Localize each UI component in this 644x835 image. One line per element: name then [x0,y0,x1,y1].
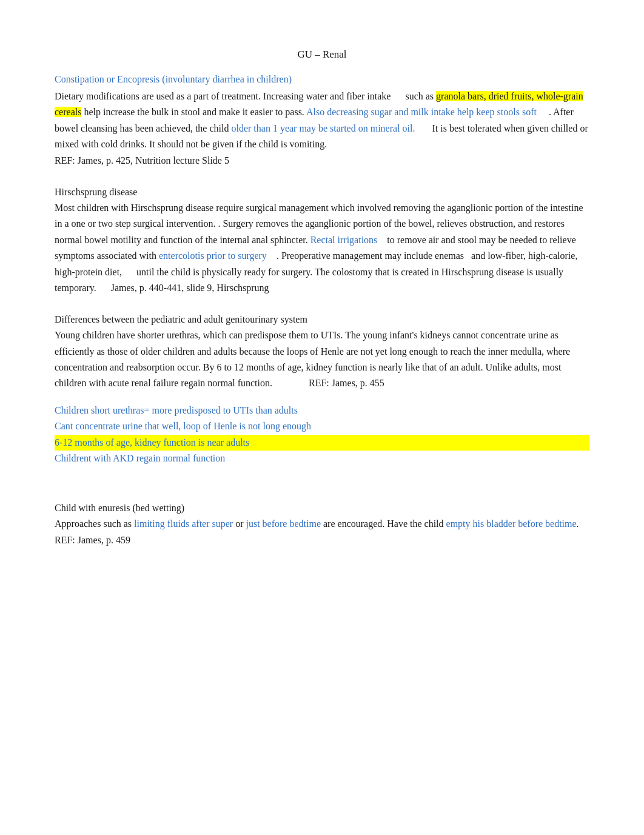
enuresis-blue-2: just before bedtime [246,518,321,529]
enuresis-section: Child with enuresis (bed wetting) Approa… [55,503,589,548]
enuresis-text-2: or [233,518,246,529]
constipation-text-1: Dietary modifications are used as a part… [55,91,436,101]
note-line-3: 6-12 months of age, kidney function is n… [55,435,589,451]
hirschsprung-heading: Hirschsprung disease [55,187,589,198]
enuresis-heading: Child with enuresis (bed wetting) [55,503,589,514]
differences-notes: Children short urethras= more predispose… [55,403,589,467]
constipation-section: Constipation or Encopresis (involuntary … [55,74,589,169]
hirschsprung-blue-1: Rectal irrigations [310,235,378,245]
hirschsprung-section: Hirschsprung disease Most children with … [55,187,589,296]
enuresis-text-1: Approaches such as [55,518,134,529]
enuresis-blue-1: limiting fluids after super [134,518,233,529]
differences-text-1: Young children have shorter urethras, wh… [55,330,570,388]
enuresis-blue-3: empty his bladder before bedtime [446,518,577,529]
constipation-heading: Constipation or Encopresis (involuntary … [55,74,589,85]
note-line-4: Childrent with AKD regain normal functio… [55,451,589,466]
constipation-text-2: help increase the bulk in stool and make… [81,107,306,117]
page-title: GU – Renal [55,49,589,61]
note-line-1: Children short urethras= more predispose… [55,403,589,418]
constipation-blue-2: older than 1 year may be started on mine… [231,123,415,133]
hirschsprung-paragraph: Most children with Hirschsprung disease … [55,200,589,296]
differences-heading: Differences between the pediatric and ad… [55,314,589,325]
differences-paragraph: Young children have shorter urethras, wh… [55,327,589,392]
note-line-3-highlight: 6-12 months of age, kidney function is n… [55,437,249,448]
hirschsprung-blue-2: entercolotis prior to surgery [159,250,267,261]
note-line-2: Cant concentrate urine that well, loop o… [55,418,589,434]
enuresis-text-3: are encouraged. Have the child [321,518,446,529]
differences-section: Differences between the pediatric and ad… [55,314,589,466]
enuresis-paragraph: Approaches such as limiting fluids after… [55,516,589,548]
spacer [55,485,589,503]
constipation-paragraph: Dietary modifications are used as a part… [55,89,589,169]
constipation-blue-1: Also decreasing sugar and milk intake he… [306,107,537,117]
